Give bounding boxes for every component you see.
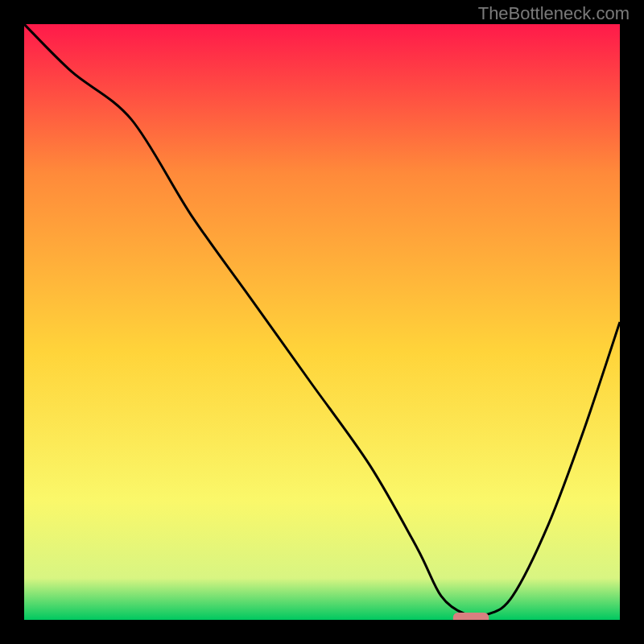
chart-svg bbox=[24, 24, 620, 620]
gradient-background bbox=[24, 24, 620, 620]
optimal-range-marker bbox=[453, 613, 489, 620]
chart-plot-area bbox=[24, 24, 620, 620]
watermark-label: TheBottleneck.com bbox=[478, 3, 630, 24]
